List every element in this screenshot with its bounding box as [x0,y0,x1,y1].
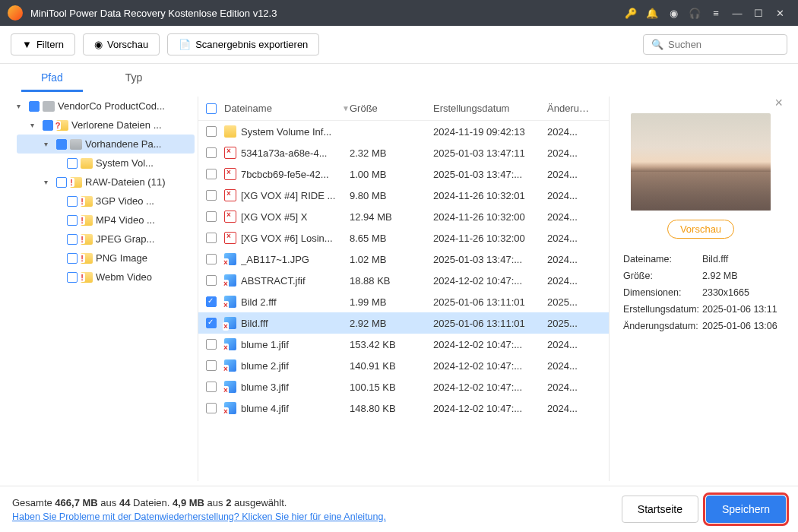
tree-item[interactable]: JPEG Grap... [17,230,195,249]
tree-item[interactable]: MP4 Video ... [17,211,195,230]
menu-icon[interactable]: ≡ [705,2,727,24]
file-icon [224,168,236,180]
file-name: [XG VOX #4] RIDE ... [241,190,350,201]
row-checkbox[interactable] [206,403,217,413]
tree-lost-files[interactable]: ▾Verlorene Dateien ... [17,116,195,135]
file-created: 2024-11-26 10:32:00 [433,233,547,244]
col-size[interactable]: Größe [350,103,433,114]
row-checkbox[interactable] [206,360,217,371]
row-checkbox[interactable] [206,275,217,286]
header-checkbox[interactable] [206,103,217,114]
file-modified: 2024... [547,403,593,414]
row-checkbox[interactable] [206,190,217,201]
preview-button[interactable]: ◉Vorschau [83,33,160,55]
tree-item[interactable]: PNG Image [17,249,195,268]
file-created: 2025-01-03 13:47:... [433,254,547,265]
file-row[interactable]: [XG VOX #6] Losin...8.65 MB2024-11-26 10… [198,227,609,249]
file-size: 12.94 MB [350,211,433,223]
file-row[interactable]: ABSTRACT.jfif18.88 KB2024-12-02 10:47:..… [198,270,609,291]
maximize-icon[interactable]: ☐ [748,2,769,24]
meta-filename-value: Bild.fff [702,254,728,264]
tabs: Pfad Typ [0,64,798,92]
home-button[interactable]: Startseite [622,496,698,523]
filter-button[interactable]: ▼Filtern [11,33,75,55]
file-row[interactable]: blume 2.jfif140.91 KB2024-12-02 10:47:..… [198,355,609,376]
col-filename[interactable]: Dateiname ▼ [224,103,350,114]
preview-panel: × Vorschau Dateiname:Bild.fff Größe:2.92… [613,92,789,486]
tree-item[interactable]: Webm Video [17,268,195,287]
file-created: 2025-01-03 13:47:... [433,169,547,180]
preview-open-button[interactable]: Vorschau [667,220,734,239]
file-row[interactable]: 7bcbcb69-fe5e-42...1.00 MB2025-01-03 13:… [198,163,609,185]
tab-path[interactable]: Pfad [21,64,83,92]
toolbar: ▼Filtern ◉Vorschau 📄Scanergebnis exporti… [0,26,798,64]
file-row[interactable]: _AB117~1.JPG1.02 MB2025-01-03 13:47:...2… [198,249,609,270]
file-icon [224,317,236,329]
file-created: 2024-11-26 10:32:00 [433,211,547,223]
tree-system-volume[interactable]: System Vol... [17,154,195,173]
meta-size-label: Größe: [623,271,702,281]
file-modified: 2024... [547,360,593,372]
file-row[interactable]: 5341a73a-a68e-4...2.32 MB2025-01-03 13:4… [198,142,609,163]
file-row[interactable]: System Volume Inf...2024-11-19 09:42:132… [198,121,609,142]
footer-help-link[interactable]: Haben Sie Probleme mit der Datenwiederhe… [12,511,386,522]
tree-existing-partition[interactable]: ▾Vorhandene Pa... [17,135,195,154]
row-checkbox[interactable] [206,211,217,222]
meta-size-value: 2.92 MB [702,271,738,281]
search-input-wrap[interactable]: 🔍 [643,34,787,55]
row-checkbox[interactable] [206,296,217,307]
tree-root[interactable]: ▾VendorCo ProductCod... [17,97,195,116]
file-row[interactable]: blume 1.jfif153.42 KB2024-12-02 10:47:..… [198,334,609,355]
file-created: 2025-01-06 13:11:01 [433,296,547,308]
file-name: blume 2.jfif [241,360,350,372]
file-size: 1.00 MB [350,169,433,180]
close-icon[interactable]: ✕ [769,2,790,24]
tree-raw-files[interactable]: ▾RAW-Dateien (11) [17,173,195,192]
row-checkbox[interactable] [206,126,217,137]
file-size: 2.92 MB [350,318,433,329]
row-checkbox[interactable] [206,254,217,264]
row-checkbox[interactable] [206,147,217,158]
file-icon [224,147,236,159]
col-modified[interactable]: Änderungs [547,103,593,114]
row-checkbox[interactable] [206,318,217,328]
file-row[interactable]: blume 4.jfif148.80 KB2024-12-02 10:47:..… [198,397,609,419]
file-row[interactable]: Bild.fff2.92 MB2025-01-06 13:11:012025..… [198,312,609,334]
file-icon [224,211,236,223]
file-created: 2024-12-02 10:47:... [433,403,547,414]
col-created[interactable]: Erstellungsdatum [433,103,547,114]
row-checkbox[interactable] [206,339,217,350]
row-checkbox[interactable] [206,169,217,179]
search-input[interactable] [668,39,779,50]
file-modified: 2024... [547,275,593,287]
file-modified: 2024... [547,233,593,244]
file-row[interactable]: blume 3.jfif100.15 KB2024-12-02 10:47:..… [198,376,609,397]
file-row[interactable]: [XG VOX #5] X12.94 MB2024-11-26 10:32:00… [198,206,609,227]
titlebar: MiniTool Power Data Recovery Kostenlose … [0,0,798,26]
eye-icon: ◉ [94,39,103,50]
preview-close-icon[interactable]: × [774,95,783,111]
file-created: 2024-12-02 10:47:... [433,339,547,350]
disc-icon[interactable]: ◉ [663,2,684,24]
row-checkbox[interactable] [206,382,217,392]
file-icon [224,296,236,308]
file-modified: 2024... [547,254,593,265]
export-button[interactable]: 📄Scanergebnis exportieren [167,33,319,55]
file-name: [XG VOX #6] Losin... [241,233,350,244]
file-row[interactable]: Bild 2.fff1.99 MB2025-01-06 13:11:012025… [198,291,609,312]
minimize-icon[interactable]: — [727,2,748,24]
tab-type[interactable]: Typ [106,64,163,92]
file-name: 7bcbcb69-fe5e-42... [241,169,350,180]
file-created: 2024-12-02 10:47:... [433,382,547,393]
preview-image [631,113,771,211]
footer-stats: Gesamte 466,7 MB aus 44 Dateien. 4,9 MB … [12,497,386,508]
key-icon[interactable]: 🔑 [620,2,641,24]
file-row[interactable]: [XG VOX #4] RIDE ...9.80 MB2024-11-26 10… [198,185,609,206]
file-name: _AB117~1.JPG [241,254,350,265]
file-name: [XG VOX #5] X [241,211,350,223]
row-checkbox[interactable] [206,233,217,243]
save-button[interactable]: Speichern [706,496,786,523]
bell-icon[interactable]: 🔔 [641,2,663,24]
headphones-icon[interactable]: 🎧 [684,2,705,24]
tree-item[interactable]: 3GP Video ... [17,192,195,211]
